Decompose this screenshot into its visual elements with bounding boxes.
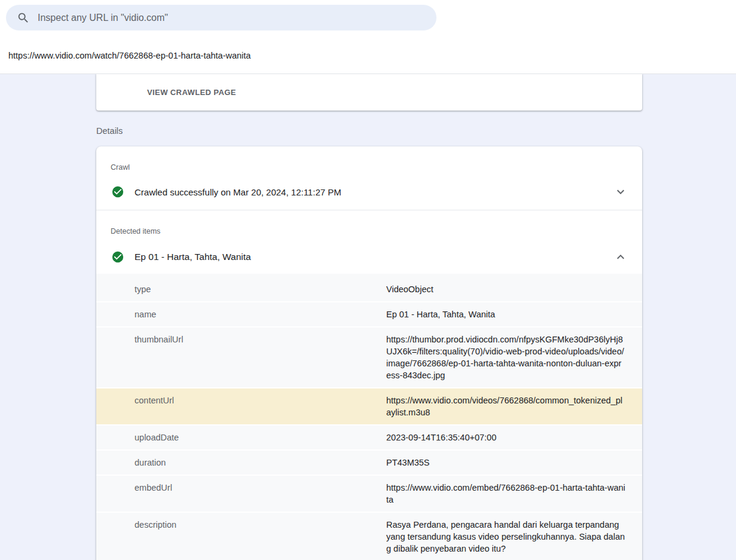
property-value: VideoObject: [386, 283, 642, 295]
crawled-page-card: VIEW CRAWLED PAGE: [96, 74, 642, 111]
crawl-status-row[interactable]: Crawled successfully on Mar 20, 2024, 12…: [96, 172, 642, 210]
property-key: description: [96, 519, 386, 555]
detected-item-title: Ep 01 - Harta, Tahta, Wanita: [135, 252, 251, 262]
property-key: name: [96, 308, 386, 320]
property-value: PT43M35S: [386, 457, 642, 469]
search-icon: [17, 11, 30, 25]
table-row: thumbnailUrl https://thumbor.prod.vidioc…: [96, 328, 642, 388]
details-card: Crawl Crawled successfully on Mar 20, 20…: [96, 146, 642, 560]
success-check-icon: [111, 250, 124, 264]
table-row: duration PT43M35S: [96, 451, 642, 476]
details-section-heading: Details: [0, 111, 736, 146]
table-row-highlighted: contentUrl https://www.vidio.com/videos/…: [96, 388, 642, 426]
chevron-up-icon[interactable]: [613, 250, 628, 264]
detected-items-section-label: Detected items: [96, 210, 642, 235]
property-key: type: [96, 283, 386, 295]
success-check-icon: [111, 185, 124, 198]
detected-item-row[interactable]: Ep 01 - Harta, Tahta, Wanita: [96, 235, 642, 274]
property-value: https://thumbor.prod.vidiocdn.com/nfpysK…: [386, 333, 642, 381]
crawl-section-label: Crawl: [96, 146, 642, 172]
crawl-status-text: Crawled successfully on Mar 20, 2024, 12…: [135, 187, 341, 197]
property-value: 2023-09-14T16:35:40+07:00: [386, 432, 642, 443]
table-row: description Rasya Perdana, pengacara han…: [96, 513, 642, 560]
table-row: type VideoObject: [96, 274, 642, 302]
view-crawled-page-button[interactable]: VIEW CRAWLED PAGE: [147, 88, 236, 97]
structured-data-table: type VideoObject name Ep 01 - Harta, Tah…: [96, 274, 642, 560]
property-value: https://www.vidio.com/videos/7662868/com…: [386, 394, 642, 418]
property-key: contentUrl: [96, 394, 386, 418]
table-row: embedUrl https://www.vidio.com/embed/766…: [96, 476, 642, 513]
property-value: https://www.vidio.com/embed/7662868-ep-0…: [386, 482, 642, 506]
table-row: uploadDate 2023-09-14T16:35:40+07:00: [96, 426, 642, 451]
inspected-url-text: https://www.vidio.com/watch/7662868-ep-0…: [8, 51, 251, 60]
top-header: https://www.vidio.com/watch/7662868-ep-0…: [0, 0, 736, 74]
property-key: duration: [96, 457, 386, 469]
property-key: thumbnailUrl: [96, 333, 386, 381]
property-value: Rasya Perdana, pengacara handal dari kel…: [386, 519, 642, 555]
property-key: embedUrl: [96, 482, 386, 506]
property-key: uploadDate: [96, 432, 386, 443]
chevron-down-icon[interactable]: [613, 185, 628, 199]
url-inspection-search-bar[interactable]: [6, 5, 436, 30]
search-input[interactable]: [38, 13, 426, 23]
property-value: Ep 01 - Harta, Tahta, Wanita: [386, 308, 642, 320]
table-row: name Ep 01 - Harta, Tahta, Wanita: [96, 302, 642, 328]
